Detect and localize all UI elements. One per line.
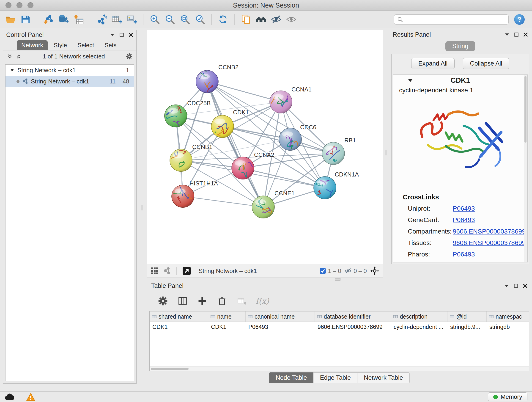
network-node-cdkn1a[interactable] <box>314 177 336 199</box>
node-label-ccnb1: CCNB1 <box>192 144 212 151</box>
tab-network[interactable]: Network <box>17 40 48 50</box>
horizontal-splitter[interactable] <box>335 278 341 281</box>
tab-select[interactable]: Select <box>73 40 99 50</box>
show-all-button[interactable] <box>285 13 298 26</box>
add-column-button[interactable] <box>196 295 208 307</box>
export-image-button[interactable] <box>125 13 138 26</box>
collapse-all-button[interactable]: Collapse All <box>463 58 509 69</box>
column-header[interactable]: @id <box>447 312 487 322</box>
tab-network-table[interactable]: Network Table <box>357 372 410 383</box>
vertical-splitter-right[interactable] <box>385 150 387 155</box>
single-view-icon[interactable] <box>163 267 171 275</box>
zoom-selected-button[interactable] <box>193 13 207 26</box>
memory-button[interactable]: Memory <box>488 392 527 401</box>
zoom-out-button[interactable] <box>163 13 177 26</box>
delete-column-button[interactable] <box>216 295 228 307</box>
maximize-panel-icon[interactable] <box>514 283 518 288</box>
results-scrollbar-thumb[interactable] <box>525 76 526 143</box>
save-session-button[interactable] <box>19 13 32 26</box>
crosslink-link[interactable]: 9606.ENSP00000378699 <box>453 228 526 235</box>
collapse-section-icon[interactable] <box>408 79 413 82</box>
open-session-button[interactable] <box>4 13 17 26</box>
collapse-all-networks-icon[interactable] <box>16 53 22 59</box>
minimize-window-button[interactable] <box>17 2 22 8</box>
import-network-from-file-button[interactable] <box>42 13 55 26</box>
network-graph[interactable]: CCNB2CCNA1CDC25BCDK1CDC6RB1CCNB1CCNA2CDK… <box>147 30 383 264</box>
network-node-rb1[interactable] <box>322 142 345 165</box>
maximize-panel-icon[interactable] <box>514 32 519 37</box>
export-table-button[interactable] <box>110 13 123 26</box>
close-window-button[interactable] <box>6 2 12 8</box>
trash-icon <box>217 296 227 306</box>
column-header[interactable]: description <box>391 312 447 322</box>
close-panel-icon[interactable] <box>523 32 528 37</box>
network-node-ccnb2[interactable] <box>196 70 218 93</box>
tab-edge-table[interactable]: Edge Table <box>313 372 357 383</box>
column-header[interactable]: shared name <box>150 312 208 322</box>
gear-icon[interactable] <box>126 53 133 60</box>
import-network-from-database-button[interactable] <box>57 13 70 26</box>
column-header[interactable]: namespac <box>487 312 529 322</box>
copy-network-button[interactable] <box>239 13 253 26</box>
network-node-ccnb1[interactable] <box>170 149 192 172</box>
search-input[interactable] <box>405 16 506 23</box>
network-edge[interactable] <box>183 196 263 207</box>
network-node-ccne1[interactable] <box>252 196 274 218</box>
crosslink-link[interactable]: P06493 <box>453 251 475 258</box>
network-edge[interactable] <box>207 82 263 207</box>
column-header[interactable]: database identifier <box>315 312 391 322</box>
network-collection-row[interactable]: String Network – cdk1 1 <box>6 65 134 76</box>
maximize-panel-icon[interactable] <box>119 32 124 37</box>
close-panel-icon[interactable] <box>523 283 527 288</box>
home-button[interactable] <box>254 13 268 26</box>
new-network-button[interactable] <box>95 13 108 26</box>
vertical-splitter-left[interactable] <box>141 205 143 211</box>
hide-selected-button[interactable] <box>269 13 283 26</box>
cloud-status-icon[interactable] <box>5 394 14 400</box>
node-label-ccne1: CCNE1 <box>274 190 295 197</box>
network-node-cdk1[interactable] <box>211 115 234 138</box>
tree-expand-icon[interactable] <box>10 69 14 72</box>
column-type-icon <box>152 315 157 318</box>
tab-node-table[interactable]: Node Table <box>269 372 313 383</box>
table-horizontal-scrollbar[interactable] <box>150 366 529 371</box>
protein-card-header[interactable]: CDK1 <box>393 75 527 86</box>
table-scrollbar-thumb[interactable] <box>151 368 189 370</box>
delete-table-button-disabled[interactable] <box>236 295 247 307</box>
show-columns-button[interactable] <box>177 295 188 307</box>
search-icon <box>397 17 403 22</box>
expand-all-button[interactable]: Expand All <box>411 58 455 69</box>
results-scrollbar[interactable] <box>524 75 527 262</box>
crosslink-link[interactable]: P06493 <box>453 205 475 212</box>
column-header[interactable]: canonical name <box>246 312 315 322</box>
tab-sets[interactable]: Sets <box>100 40 121 50</box>
zoom-fit-button[interactable] <box>178 13 191 26</box>
function-builder-button[interactable]: f(x) <box>256 296 269 306</box>
detach-view-icon[interactable] <box>182 266 191 275</box>
close-panel-icon[interactable] <box>128 32 133 37</box>
network-node-hist1h1a[interactable] <box>172 185 194 207</box>
table-row[interactable]: CDK1CDK1P064939606.ENSP00000378699cyclin… <box>150 322 529 332</box>
column-header[interactable]: name <box>208 312 246 322</box>
help-button[interactable]: ? <box>514 14 525 25</box>
network-node-ccna1[interactable] <box>270 91 292 113</box>
crosslink-link[interactable]: P06493 <box>453 216 475 224</box>
tab-style[interactable]: Style <box>49 40 71 50</box>
fit-content-icon[interactable] <box>370 266 379 275</box>
crosslink-link[interactable]: 9606.ENSP00000378699 <box>453 239 526 247</box>
expand-all-networks-icon[interactable] <box>7 53 13 59</box>
search-box[interactable] <box>394 14 509 25</box>
table-settings-button[interactable] <box>157 295 169 307</box>
float-panel-icon[interactable] <box>504 284 509 287</box>
string-tab-badge[interactable]: String <box>445 41 475 51</box>
network-canvas[interactable]: CCNB2CCNA1CDC25BCDK1CDC6RB1CCNB1CCNA2CDK… <box>147 30 383 264</box>
warning-icon[interactable] <box>26 393 35 401</box>
float-panel-icon[interactable] <box>110 33 115 36</box>
float-panel-icon[interactable] <box>505 33 510 36</box>
zoom-in-button[interactable] <box>148 13 161 26</box>
grid-view-icon[interactable] <box>151 267 159 275</box>
refresh-layout-button[interactable] <box>216 13 230 26</box>
network-row-selected[interactable]: String Network – cdk1 11 48 <box>6 76 134 87</box>
import-table-button[interactable] <box>72 13 85 26</box>
zoom-window-button[interactable] <box>27 2 33 8</box>
